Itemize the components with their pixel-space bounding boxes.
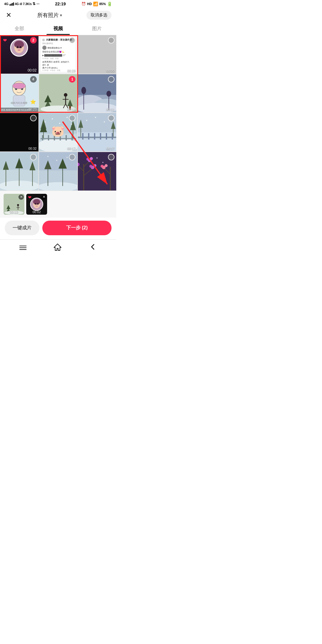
grid-item-v9[interactable]: 00:17	[78, 113, 116, 151]
select-circle-v6[interactable]	[108, 76, 114, 83]
svg-point-4	[16, 46, 18, 48]
svg-point-97	[89, 165, 92, 168]
grid-item-v5[interactable]: 1 00:13	[39, 74, 78, 113]
duration-v5: 00:13	[67, 108, 76, 111]
svg-point-51	[44, 121, 45, 123]
status-right: ⏰ HD 📶 85% 🔋	[81, 1, 112, 6]
selected-thumb-2[interactable]: ❤ ✕ 00:02	[26, 194, 47, 215]
tab-bar: 全部 视频 图片	[0, 23, 116, 35]
svg-rect-41	[48, 135, 49, 141]
cancel-multi-select-button[interactable]: 取消多选	[86, 11, 112, 20]
wifi-icon: 📶	[93, 1, 98, 6]
duration-v6: 00:11	[106, 108, 114, 111]
time-label: 22:19	[55, 1, 66, 6]
svg-rect-44	[66, 135, 67, 141]
svg-point-53	[59, 123, 60, 124]
svg-point-70	[95, 117, 96, 118]
comment-text1: 继续播放教会 ♥	[47, 47, 62, 49]
svg-point-6	[18, 49, 21, 51]
grid-item-v10[interactable]	[0, 152, 38, 191]
grid-item-v3[interactable]: 00:00	[78, 35, 116, 74]
tab-all-label: 全部	[15, 26, 24, 31]
speed-label: 4G ıll 7.3K/s	[15, 2, 32, 6]
tab-all[interactable]: 全部	[0, 23, 39, 35]
nav-bar	[0, 239, 116, 256]
svg-point-71	[104, 121, 105, 123]
svg-point-12	[13, 83, 26, 89]
tab-photo[interactable]: 图片	[78, 23, 116, 35]
grid-item-v7[interactable]: 00:32	[0, 113, 38, 151]
media-grid: ❤ 2 00:02 大家都在接	[0, 35, 116, 191]
sel-face-avatar	[30, 198, 43, 211]
svg-point-121	[33, 199, 40, 205]
remove-sel1-button[interactable]: ✕	[18, 194, 24, 200]
duration-v1: 00:02	[28, 68, 37, 72]
select-badge-v1[interactable]: 2	[30, 37, 37, 44]
svg-rect-62	[100, 133, 101, 140]
svg-point-5	[20, 46, 22, 48]
grid-item-v2[interactable]: 大家都在接：坏女孩作家♀ 2911条评论 继续播放教会 ♥ 我错你会坐我点楚😈💫…	[39, 35, 78, 74]
select-circle-v7[interactable]	[30, 115, 37, 121]
select-circle-v10[interactable]	[30, 154, 37, 160]
svg-point-83	[39, 182, 78, 191]
select-circle-v12[interactable]	[108, 154, 114, 160]
comment-playline: ▶ ████████████ 27"	[42, 54, 74, 57]
nav-home-icon[interactable]	[53, 243, 62, 253]
tab-photo-label: 图片	[92, 26, 102, 31]
svg-rect-60	[88, 133, 89, 140]
header-title-area: 所有照片 ▾	[37, 12, 62, 19]
remove-sel2-button[interactable]: ✕	[41, 194, 47, 200]
heart-icon: ❤	[3, 38, 7, 43]
svg-point-122	[35, 203, 36, 205]
svg-point-108	[97, 157, 98, 159]
tab-video[interactable]: 视频	[39, 23, 78, 35]
alarm-icon: ⏰	[81, 2, 86, 6]
svg-rect-45	[72, 135, 73, 141]
svg-rect-13	[13, 95, 25, 106]
svg-point-107	[105, 164, 108, 167]
svg-rect-58	[78, 137, 116, 138]
dots-label: ···	[36, 2, 39, 6]
comment-text3: @黑黑黑钉 @师哥. @免好汁. @X. @	[42, 61, 74, 66]
grid-item-v11[interactable]	[39, 152, 78, 191]
grid-item-v6[interactable]: 00:11	[78, 74, 116, 113]
comment-text2: 我错你会坐我点楚😈💫	[42, 50, 74, 53]
status-left: 4G 4G ıll 7.3K/s ⇅ ···	[4, 2, 39, 6]
selected-bar: ✕ 00:13 ❤ ✕ 00:02	[0, 191, 116, 218]
nav-back-icon[interactable]	[89, 243, 97, 253]
grid-item-v8[interactable]: 🐷 00:17	[39, 113, 78, 151]
svg-point-33	[81, 87, 86, 94]
svg-point-109	[102, 162, 103, 163]
select-circle-v3[interactable]	[108, 37, 114, 44]
svg-point-69	[86, 120, 87, 121]
close-button[interactable]: ✕	[5, 11, 13, 19]
usb-icon: ⇅	[32, 2, 35, 6]
battery-label: 85%	[99, 2, 106, 6]
grid-item-v12[interactable]	[78, 152, 116, 191]
grid-item-v4[interactable]: 稿纸与纪念相册 稿纸·奏着你对好声音与纪念相册 ⭐ d 00:23	[0, 74, 38, 113]
grid-item-v1[interactable]: ❤ 2 00:02	[0, 35, 38, 74]
duration-v2: 00:29	[67, 69, 76, 72]
svg-point-88	[47, 156, 48, 157]
one-click-button[interactable]: 一键成片	[5, 221, 39, 235]
hd-label: HD	[87, 2, 92, 6]
duration-v7: 00:32	[28, 147, 37, 150]
svg-rect-39	[41, 138, 76, 139]
next-button[interactable]: 下一步 (2)	[42, 221, 112, 235]
selected-thumb-1[interactable]: ✕ 00:13	[4, 194, 24, 215]
star-icon: ⭐	[30, 99, 36, 105]
svg-point-20	[64, 93, 67, 97]
svg-point-90	[66, 157, 68, 158]
face-avatar	[10, 39, 28, 57]
svg-point-117	[17, 204, 19, 206]
svg-point-1	[14, 41, 24, 48]
nav-menu-icon[interactable]	[19, 246, 27, 250]
svg-rect-59	[82, 133, 83, 140]
svg-point-35	[106, 91, 111, 97]
select-badge-v5[interactable]: 1	[69, 76, 75, 83]
dropdown-chevron-icon[interactable]: ▾	[60, 13, 62, 18]
svg-marker-124	[54, 244, 61, 250]
battery-icon: 🔋	[107, 1, 112, 6]
comment-count: 2911条评论	[42, 42, 74, 45]
svg-point-102	[90, 157, 93, 160]
